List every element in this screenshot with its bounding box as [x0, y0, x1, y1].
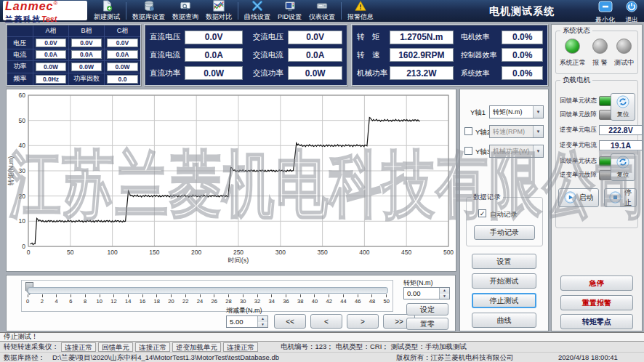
svg-text:0: 0 — [27, 249, 31, 256]
svg-text:150: 150 — [149, 249, 159, 256]
exit-button[interactable]: 退出 — [625, 1, 638, 25]
ac-voltage-value: 0.0V — [288, 31, 342, 44]
slider-tick — [100, 294, 100, 297]
logo-subtitle-cn: 兰菱科技 — [5, 15, 41, 23]
slider-tick-label: 46 — [353, 298, 363, 305]
logo-text: Lanmec — [5, 0, 53, 12]
slider-tick — [71, 294, 71, 297]
menu-data-query[interactable]: 数据查询 — [169, 0, 202, 22]
increment-stepper[interactable]: 5.00 ▲▼ — [226, 315, 268, 328]
motor-info: 电机编号：123； 电机类型：CRI； 测试类型：手动加载测试 — [281, 342, 467, 352]
torque-setpoint-stepper[interactable]: 0.00 ▲▼ — [403, 287, 450, 299]
slider-tick — [56, 294, 57, 297]
step-back-button[interactable]: < — [310, 314, 342, 329]
svg-text:450: 450 — [401, 249, 411, 256]
phase-table: A相 B相 C相 电压 0.0V 0.0V 0.0V 电流 0.0A 0.0A … — [6, 24, 142, 87]
dc-current-label: 直流电流 — [150, 50, 185, 60]
slider-tick-label: 44 — [339, 298, 349, 305]
data-record-group-title: 数据记录 — [471, 193, 503, 202]
system-status-title: 系统状态 — [560, 26, 592, 36]
alarm-label: 报 警 — [592, 58, 608, 68]
menu-curve-settings[interactable]: 曲线设置 — [241, 0, 274, 22]
alarm-info-icon — [355, 0, 366, 12]
slider-tick — [228, 294, 229, 297]
y2-axis-select[interactable]: 转速(RPM) ▼ — [489, 125, 544, 138]
motor-efficiency-value: 0.0% — [502, 31, 543, 44]
minimize-button[interactable]: 最小化 — [595, 1, 615, 25]
zero-button[interactable]: 置零 — [406, 318, 448, 330]
slider-tick — [257, 294, 258, 297]
connection-status-cell: 连接正常 — [135, 342, 170, 352]
manual-record-button[interactable]: 手动记录 — [474, 225, 535, 240]
phase-c-power: 0.0W — [107, 63, 138, 71]
system-efficiency-value: 0.0% — [502, 66, 543, 80]
power-factor-value: 0.0 — [107, 75, 138, 84]
toolbar-menu: 新建测试 数据库设置 数据查询 数据对比 曲线设置 PID设置 — [90, 0, 377, 22]
phase-a-current: 0.0A — [36, 50, 66, 59]
feedback-reset-button[interactable]: 复位 — [611, 93, 635, 121]
torque-zero-button[interactable]: 转矩零点 — [560, 314, 633, 329]
slider-tick — [113, 294, 114, 297]
motor-test-app: Lanmec® 兰菱科技Test 新建测试 数据库设置 数据查询 数据对比 — [0, 0, 644, 362]
start-button[interactable]: 启动 — [558, 188, 599, 207]
torque-time-chart: 0501001502002503003504004505000102030405… — [6, 89, 456, 272]
mechanical-panel: 转 矩 1.2705N.m 电机效率 0.0% 转 速 1602.9RPM 控制… — [351, 24, 549, 87]
menu-meter-settings[interactable]: 仪表设置 — [305, 0, 339, 22]
connection-status-cell: 连接正常 — [61, 342, 96, 352]
alarm-led — [592, 39, 608, 54]
phase-b-power: 0.0W — [71, 63, 102, 71]
phase-b-voltage: 0.0V — [71, 39, 102, 47]
emergency-stop-button[interactable]: 急停 — [560, 275, 633, 291]
svg-text:250: 250 — [233, 249, 243, 256]
logo-subtitle-en: Test — [41, 15, 57, 23]
spin-down-icon[interactable]: ▼ — [440, 294, 449, 299]
torque-setpoint-panel: 0246810121416182022242628303234363840424… — [6, 275, 456, 331]
step-back-fast-button[interactable]: << — [274, 314, 306, 329]
slider-tick — [300, 294, 301, 297]
settings-button[interactable]: 设置 — [472, 254, 536, 269]
power-factor-label: 功率因数 — [69, 73, 105, 85]
menu-pid-settings[interactable]: PID设置 — [274, 0, 305, 22]
motor-efficiency-label: 电机效率 — [461, 32, 502, 42]
inverter-reset-button[interactable]: 复位 — [611, 153, 635, 181]
menu-alarm-info[interactable]: 报警信息 — [344, 0, 377, 22]
copyright: 版权所有：江苏兰菱机电科技有限公司 — [396, 353, 514, 362]
slider-tick-label: 16 — [137, 298, 148, 305]
slider-tick-label: 20 — [166, 298, 177, 305]
slider-tick — [371, 294, 372, 297]
menu-data-compare[interactable]: 数据对比 — [202, 0, 236, 22]
set-button[interactable]: 设定 — [406, 303, 448, 315]
y3-axis-checkbox[interactable] — [464, 147, 472, 155]
curve-button[interactable]: 曲线 — [472, 313, 536, 328]
stop-test-button[interactable]: 停止测试 — [472, 293, 536, 308]
stop-button[interactable]: 停止 — [604, 188, 637, 207]
start-test-button[interactable]: 开始测试 — [472, 273, 536, 289]
spin-up-icon[interactable]: ▲ — [440, 288, 449, 294]
y2-axis-checkbox[interactable] — [464, 127, 472, 135]
y1-axis-select[interactable]: 转矩(N.m) ▼ — [489, 105, 544, 118]
ac-power-value: 0.0W — [288, 66, 342, 80]
y3-axis-select[interactable]: 机械功率(W) ▼ — [489, 145, 544, 158]
testing-label: 测试中 — [614, 58, 634, 68]
chevron-down-icon: ▼ — [533, 126, 543, 137]
menu-database-settings[interactable]: 数据库设置 — [129, 0, 169, 22]
inverter-fault-label: 逆变单元故障 — [560, 171, 599, 180]
slider-tick — [42, 294, 43, 297]
spin-up-icon[interactable]: ▲ — [258, 316, 267, 322]
chevron-down-icon: ▼ — [533, 106, 543, 118]
svg-text:时间(s): 时间(s) — [228, 257, 249, 264]
auto-record-checkbox[interactable]: ✓ — [478, 209, 486, 217]
slider-tick-label: 6 — [65, 298, 76, 305]
y3-axis-label: Y轴3 — [475, 148, 491, 157]
menu-new-test[interactable]: 新建测试 — [90, 0, 124, 22]
slider-track[interactable] — [28, 287, 388, 294]
auto-record-label: 自动记录 — [490, 210, 518, 220]
step-forward-button[interactable]: > — [347, 314, 379, 329]
slider-tick — [142, 294, 143, 297]
slider-tick-label: 14 — [123, 298, 133, 305]
reset-alarm-button[interactable]: 重置报警 — [560, 295, 633, 310]
y2-axis-label: Y轴2 — [475, 128, 491, 137]
y1-axis-label: Y轴1 — [470, 108, 486, 118]
spin-down-icon[interactable]: ▼ — [258, 322, 267, 328]
phase-b-header: B相 — [69, 25, 105, 37]
